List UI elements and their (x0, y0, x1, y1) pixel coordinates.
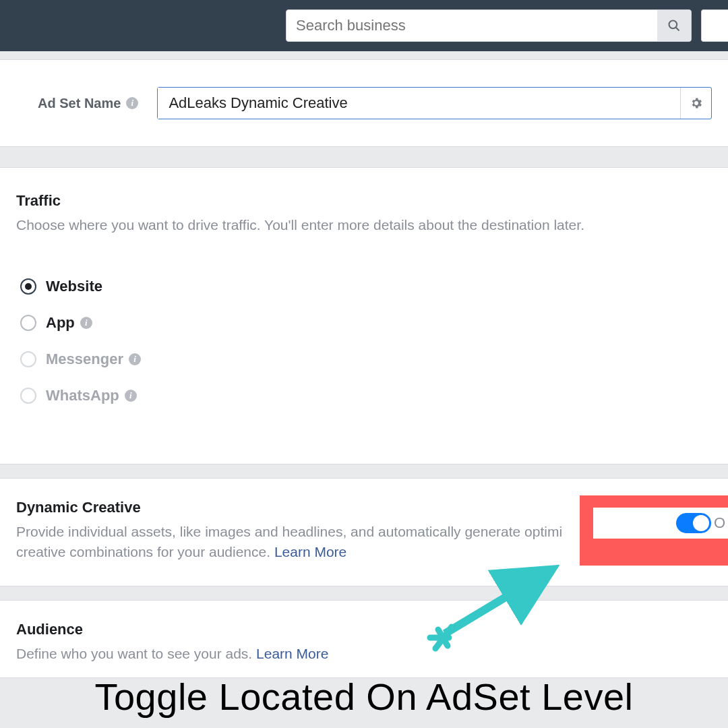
ad-set-settings-button[interactable] (680, 88, 711, 119)
gear-icon (690, 96, 703, 110)
audience-sub: Define who you want to see your ads. Lea… (16, 644, 712, 663)
radio-icon (20, 351, 36, 367)
traffic-option-app[interactable]: Appi (20, 314, 712, 332)
traffic-heading: Traffic (16, 192, 712, 210)
header-right-widget[interactable] (701, 9, 728, 42)
radio-icon (20, 388, 36, 404)
radio-label: Messengeri (46, 351, 141, 368)
audience-learn-more-link[interactable]: Learn More (256, 646, 328, 661)
info-icon[interactable]: i (129, 353, 141, 365)
traffic-sub: Choose where you want to drive traffic. … (16, 215, 712, 235)
info-icon[interactable]: i (126, 97, 138, 109)
svg-point-0 (669, 21, 677, 29)
radio-icon (20, 278, 36, 295)
search-icon (667, 19, 681, 32)
traffic-option-whatsapp[interactable]: WhatsAppi (20, 387, 712, 404)
audience-heading: Audience (16, 621, 712, 638)
ad-set-name-row: Ad Set Name i (0, 59, 728, 147)
ad-set-name-label-text: Ad Set Name (38, 96, 121, 111)
toggle-state-label: O (714, 514, 725, 532)
search-wrap (286, 9, 692, 42)
search-input[interactable] (286, 17, 657, 34)
audience-section: Audience Define who you want to see your… (0, 600, 728, 677)
svg-line-1 (676, 28, 679, 31)
info-icon[interactable]: i (125, 390, 137, 402)
traffic-radio-group: Website Appi Messengeri WhatsAppi (16, 278, 712, 404)
ad-set-name-input-wrap (157, 87, 712, 119)
ad-set-name-input[interactable] (158, 88, 680, 119)
info-icon[interactable]: i (80, 317, 92, 329)
ad-set-name-label: Ad Set Name i (38, 96, 138, 111)
annotation-highlight-box: O (580, 495, 728, 566)
dynamic-creative-toggle[interactable] (676, 513, 711, 533)
traffic-section: Traffic Choose where you want to drive t… (0, 167, 728, 464)
toggle-background: O (593, 508, 728, 539)
radio-label: WhatsAppi (46, 387, 137, 404)
dynamic-creative-section: Dynamic Creative Provide individual asse… (0, 478, 728, 586)
radio-icon (20, 315, 36, 331)
top-bar (0, 0, 728, 51)
traffic-option-website[interactable]: Website (20, 278, 712, 295)
radio-label: Appi (46, 314, 92, 332)
annotation-caption: Toggle Located On AdSet Level (0, 675, 728, 719)
search-button[interactable] (657, 10, 691, 41)
toggle-knob (693, 515, 709, 531)
traffic-option-messenger[interactable]: Messengeri (20, 351, 712, 368)
radio-label: Website (46, 278, 102, 295)
dynamic-learn-more-link[interactable]: Learn More (274, 544, 346, 559)
